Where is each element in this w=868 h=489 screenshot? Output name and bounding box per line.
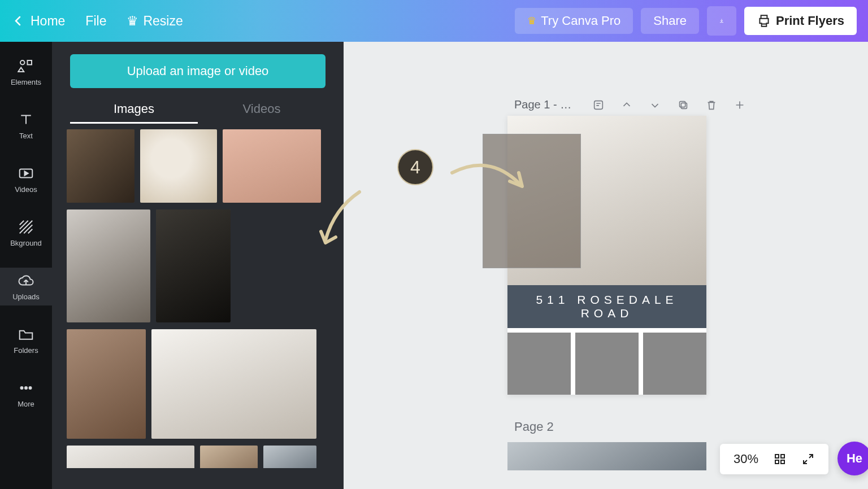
share-label: Share xyxy=(653,14,687,28)
flyer-title[interactable]: 511 ROSEDALE ROAD xyxy=(507,285,706,328)
notes-icon[interactable] xyxy=(592,99,605,111)
page-actions xyxy=(592,99,746,111)
flyer-page-1[interactable]: 511 ROSEDALE ROAD xyxy=(507,116,706,395)
rail-elements[interactable]: Elements xyxy=(0,53,52,91)
shapes-icon xyxy=(18,58,34,75)
crown-icon: ♛ xyxy=(527,15,536,27)
upload-thumb[interactable] xyxy=(140,129,217,203)
try-pro-button[interactable]: ♛ Try Canva Pro xyxy=(515,8,633,34)
page2-label: Page 2 xyxy=(507,420,845,434)
rail-background[interactable]: Bkground xyxy=(0,214,52,252)
tutorial-arrow-icon xyxy=(446,150,531,201)
flyer-small-image[interactable] xyxy=(507,333,571,395)
svg-rect-11 xyxy=(781,460,784,464)
topbar-right: ♛ Try Canva Pro Share Print Flyers xyxy=(515,6,857,36)
flyer-hero-image[interactable] xyxy=(507,116,706,285)
fullscreen-icon[interactable] xyxy=(801,452,815,466)
upload-button[interactable]: Upload an image or video xyxy=(70,54,326,88)
upload-thumb[interactable] xyxy=(223,129,321,203)
rail-more-label: More xyxy=(18,400,34,408)
tab-images[interactable]: Images xyxy=(70,96,198,124)
rail-uploads-label: Uploads xyxy=(12,292,40,301)
flyer-small-image[interactable] xyxy=(643,333,706,395)
tab-videos[interactable]: Videos xyxy=(198,96,326,124)
tutorial-step-badge: 4 xyxy=(397,149,433,185)
rail-text-label: Text xyxy=(19,132,33,140)
file-label: File xyxy=(85,14,106,29)
workspace: Elements Text Videos Bkground Uploads Fo… xyxy=(0,42,868,489)
svg-point-3 xyxy=(25,387,27,389)
grid-view-icon[interactable] xyxy=(773,452,787,466)
sidebar-rail: Elements Text Videos Bkground Uploads Fo… xyxy=(0,42,52,489)
flyer-page-2[interactable] xyxy=(507,442,706,470)
download-button[interactable] xyxy=(707,6,736,36)
help-button[interactable]: He xyxy=(837,442,868,475)
rail-text[interactable]: Text xyxy=(0,107,52,145)
canvas-area[interactable]: Page 1 - … 511 ROSEDALE ROAD xyxy=(344,42,868,489)
upload-thumb[interactable] xyxy=(67,209,150,322)
topbar: Home File ♛ Resize ♛ Try Canva Pro Share… xyxy=(0,0,868,42)
svg-rect-7 xyxy=(680,101,685,107)
add-page-icon[interactable] xyxy=(734,99,746,111)
print-icon xyxy=(757,14,771,28)
svg-point-2 xyxy=(21,387,23,389)
delete-icon[interactable] xyxy=(705,99,718,111)
try-pro-label: Try Canva Pro xyxy=(541,14,620,28)
svg-point-4 xyxy=(29,387,32,389)
rail-videos-label: Videos xyxy=(15,185,37,194)
uploads-tabs: Images Videos xyxy=(52,96,344,124)
svg-rect-5 xyxy=(594,101,603,109)
print-label: Print Flyers xyxy=(776,14,844,28)
cloud-upload-icon xyxy=(18,272,34,289)
rail-elements-label: Elements xyxy=(11,78,41,86)
text-icon xyxy=(18,111,34,128)
upload-thumb[interactable] xyxy=(67,129,134,203)
step-number: 4 xyxy=(410,157,420,178)
file-menu[interactable]: File xyxy=(85,14,106,29)
rail-bkground-label: Bkground xyxy=(10,239,42,247)
page-up-icon[interactable] xyxy=(620,99,633,111)
svg-rect-10 xyxy=(775,460,779,464)
topbar-left: Home File ♛ Resize xyxy=(11,14,183,29)
svg-rect-6 xyxy=(681,103,687,108)
video-icon xyxy=(18,165,34,182)
page1-label: Page 1 - … xyxy=(514,98,576,111)
upload-thumb[interactable] xyxy=(67,329,146,439)
home-button[interactable]: Home xyxy=(11,14,65,29)
duplicate-icon[interactable] xyxy=(677,99,689,111)
zoom-controls: 30% xyxy=(720,444,828,474)
hatch-icon xyxy=(18,219,34,235)
rail-folders-label: Folders xyxy=(14,346,38,355)
flyer-bottom-row xyxy=(507,328,706,395)
upload-thumb[interactable] xyxy=(151,329,316,439)
upload-thumb[interactable] xyxy=(263,446,316,468)
svg-rect-8 xyxy=(775,455,779,458)
home-label: Home xyxy=(31,14,65,29)
share-button[interactable]: Share xyxy=(641,8,699,34)
resize-label: Resize xyxy=(143,14,183,29)
print-flyers-button[interactable]: Print Flyers xyxy=(744,7,857,35)
help-label: He xyxy=(847,451,862,466)
rail-more[interactable]: More xyxy=(0,375,52,413)
folder-icon xyxy=(18,326,34,343)
download-icon xyxy=(719,14,724,28)
zoom-value[interactable]: 30% xyxy=(734,452,758,466)
page-strip: Page 1 - … 511 ROSEDALE ROAD xyxy=(507,98,845,470)
upload-thumb[interactable] xyxy=(200,446,258,468)
uploads-grid[interactable] xyxy=(52,124,344,468)
rail-folders[interactable]: Folders xyxy=(0,321,52,359)
upload-thumb[interactable] xyxy=(156,209,231,322)
resize-menu[interactable]: ♛ Resize xyxy=(127,14,183,29)
uploads-panel: Upload an image or video Images Videos xyxy=(52,42,344,489)
tutorial-arrow-icon xyxy=(314,186,365,248)
crown-icon: ♛ xyxy=(127,14,138,29)
page-down-icon[interactable] xyxy=(649,99,661,111)
rail-uploads[interactable]: Uploads xyxy=(0,268,52,305)
more-icon xyxy=(18,379,34,396)
flyer-small-image[interactable] xyxy=(575,333,639,395)
svg-point-0 xyxy=(20,60,25,65)
svg-rect-9 xyxy=(781,455,784,458)
page-header: Page 1 - … xyxy=(507,98,845,111)
upload-thumb[interactable] xyxy=(67,446,194,468)
rail-videos[interactable]: Videos xyxy=(0,160,52,198)
